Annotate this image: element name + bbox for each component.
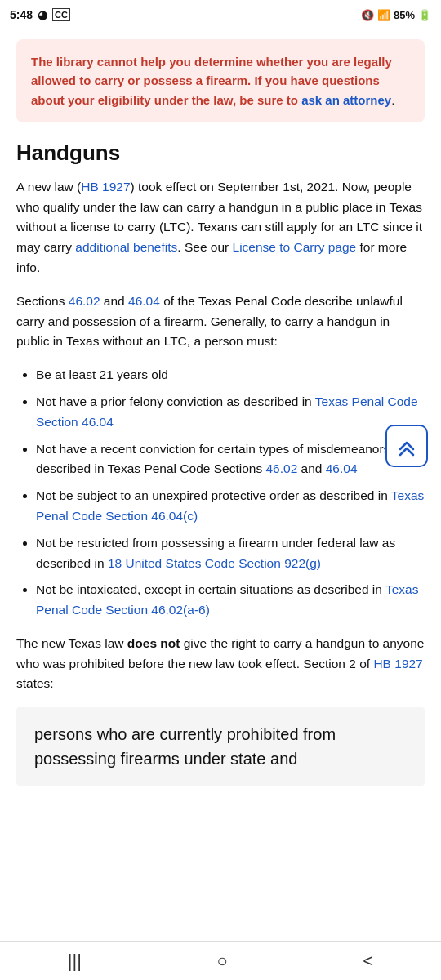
requirements-list: Be at least 21 years old Not have a prio… [16,365,425,621]
status-bar: 5:48 ◕ CC 🔇 📶 85% 🔋 [0,0,441,29]
tpc-4602-link-2[interactable]: 46.02 [265,461,297,475]
signal-icon: 📶 [377,9,390,21]
section-4604-link[interactable]: 46.04 [128,294,160,308]
menu-button[interactable]: ||| [51,944,98,978]
status-right: 🔇 📶 85% 🔋 [361,9,431,21]
list-item-4: Not be subject to an unexpired protectiv… [36,486,425,527]
battery-text: 85% [394,9,415,21]
usc-922g-link[interactable]: 18 United States Code Section 922(g) [108,556,321,570]
warning-text-end: . [391,93,394,107]
para3: The new Texas law does not give the righ… [16,634,425,694]
tiktok-icon: ◕ [38,8,47,21]
para2-before: Sections [16,294,69,308]
list-item-1-text: Be at least 21 years old [36,368,168,381]
ask-attorney-link[interactable]: ask an attorney [301,93,391,107]
license-to-carry-link[interactable]: License to Carry page [233,240,357,254]
section-4602-link[interactable]: 46.02 [69,294,100,308]
list-item-6: Not be intoxicated, except in certain si… [36,580,425,621]
list-item-4-before: Not be subject to an unexpired protectiv… [36,488,391,502]
list-item-6-before: Not be intoxicated, except in certain si… [36,582,385,596]
mute-icon: 🔇 [361,9,374,21]
warning-box: The library cannot help you determine wh… [16,39,425,122]
para3-end: states: [16,676,54,690]
list-item-2-before: Not have a prior felony conviction as de… [36,394,315,408]
scroll-top-button[interactable] [385,425,428,467]
battery-icon: 🔋 [418,9,431,21]
list-item-5: Not be restricted from possessing a fire… [36,533,425,574]
para1-mid: . See our [177,240,232,254]
blockquote: persons who are currently prohibited fro… [16,707,425,786]
para3-before: The new Texas law [16,636,127,650]
hb1927-link2[interactable]: HB 1927 [373,657,422,670]
home-button[interactable]: ○ [201,944,244,978]
list-item-2: Not have a prior felony conviction as de… [36,392,425,433]
status-left: 5:48 ◕ CC [10,8,70,21]
para2: Sections 46.02 and 46.04 of the Texas Pe… [16,292,425,352]
main-content: The library cannot help you determine wh… [0,29,441,851]
para3-bold: does not [127,636,180,650]
tpc-4604-link-2[interactable]: 46.04 [326,461,358,475]
blockquote-text: persons who are currently prohibited fro… [34,725,336,768]
bottom-nav: ||| ○ < [0,941,441,980]
list-item-1: Be at least 21 years old [36,365,425,385]
para1-before: A new law ( [16,180,81,194]
list-item-3-mid: and [297,461,325,475]
back-button[interactable]: < [346,944,390,978]
list-item-3: Not have a recent conviction for certain… [36,439,425,480]
handguns-title: Handguns [16,140,425,166]
hb1927-link1[interactable]: HB 1927 [81,180,130,194]
para1: A new law (HB 1927) took effect on Septe… [16,177,425,278]
caption-icon: CC [52,8,70,21]
chevron-up-double-icon [394,434,419,458]
status-time: 5:48 [10,8,33,21]
para2-mid1: and [100,294,128,308]
additional-benefits-link[interactable]: additional benefits [75,240,177,254]
